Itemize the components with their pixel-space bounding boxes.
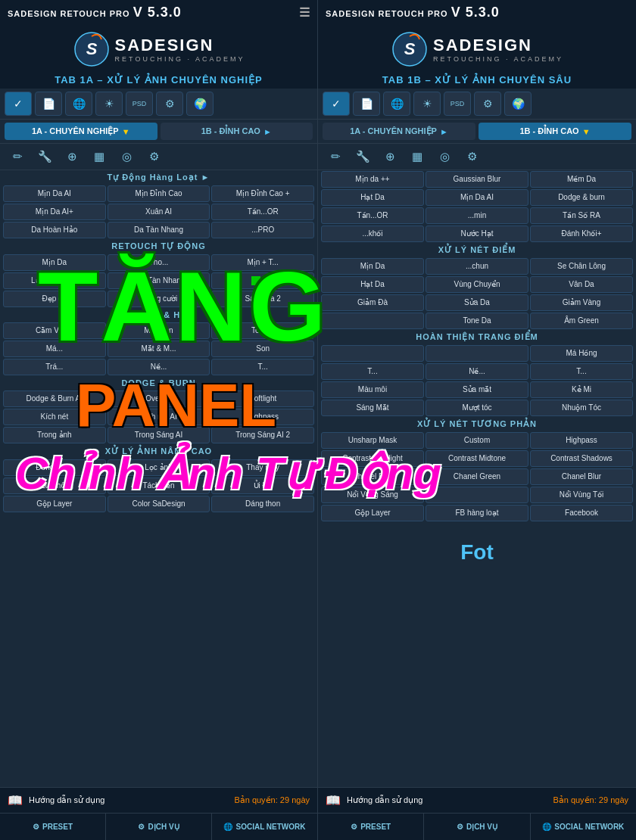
- btn-ht-ne[interactable]: Nề...: [426, 363, 528, 380]
- btn-chanel-blur[interactable]: Chanel Blur: [530, 468, 633, 485]
- stamp-icon[interactable]: 🔧: [33, 147, 56, 166]
- btn-tan-or[interactable]: Tần...OR: [211, 204, 314, 220]
- btn-gop-layer[interactable]: Gộp Layer: [3, 496, 106, 512]
- btn-xoa-tan-nhang[interactable]: Xóa Tàn Nhang: [108, 272, 210, 289]
- btn-highpass[interactable]: Highpass: [211, 409, 314, 425]
- btn-gop-layer-r[interactable]: Gộp Layer: [321, 505, 424, 521]
- btn-sang-da2[interactable]: Sáng Da 2: [211, 291, 314, 307]
- btn-am-green[interactable]: Âm Green: [530, 313, 633, 329]
- nav-social-right[interactable]: 🌐 SOCIAL NETWORK: [531, 814, 636, 840]
- btn-ma-hong[interactable]: Má Hồng: [530, 345, 633, 362]
- btn-overlay[interactable]: Overlay: [108, 390, 210, 407]
- btn-min-da-ai[interactable]: Mịn Da AI: [3, 185, 106, 202]
- btn-tan-so-ra[interactable]: Tần Số RA: [530, 207, 633, 224]
- btn-danh-khoi-plus[interactable]: Đánh Khối+: [530, 226, 633, 242]
- mode-1b-left[interactable]: 1B - ĐỈNH CAO ►: [161, 123, 313, 140]
- mode-1a-left[interactable]: 1A - CHUYÊN NGHIỆP ▼: [5, 123, 157, 140]
- btn-luu-hang-loat[interactable]: Lưu hàng loạt: [3, 272, 106, 289]
- btn-chanel-green[interactable]: Chanel Green: [426, 468, 528, 485]
- patch-icon[interactable]: ▦: [88, 147, 111, 166]
- btn-van-da[interactable]: Vân Da: [530, 276, 633, 293]
- btn-chinh-min[interactable]: ...min: [426, 207, 528, 224]
- dodge-icon-r[interactable]: ◎: [433, 147, 456, 166]
- btn-ht-t1[interactable]: T...: [321, 363, 424, 380]
- btn-gaussian-blur[interactable]: Gaussian Blur: [426, 171, 528, 188]
- btn-se-chan-long[interactable]: Se Chân Lông: [530, 258, 633, 275]
- wheel-icon[interactable]: ⚙: [156, 92, 183, 116]
- btn-da-2[interactable]: Da: [211, 272, 314, 289]
- btn-ui-do[interactable]: Ủi Đồ: [211, 478, 314, 494]
- btn-tan-r[interactable]: Tần...OR: [321, 207, 424, 224]
- btn-chanel-red[interactable]: Chanel Red: [321, 468, 424, 485]
- btn-min-da-ai-plus[interactable]: Mịn Da AI+: [3, 204, 106, 220]
- check-icon-r[interactable]: ✓: [323, 92, 350, 116]
- stamp-icon-r[interactable]: 🔧: [351, 147, 374, 166]
- btn-empty-nd[interactable]: [321, 313, 424, 329]
- btn-dodge-burn-r[interactable]: Dodge & burn: [530, 189, 633, 206]
- btn-da-hoan-hao[interactable]: Da Hoàn Hảo: [3, 222, 106, 238]
- btn-facebook[interactable]: Facebook: [530, 505, 633, 521]
- btn-pro[interactable]: ...PRO: [211, 222, 314, 238]
- btn-thay-may[interactable]: Thay mây: [211, 459, 314, 476]
- btn-ht-t2[interactable]: T...: [530, 363, 633, 380]
- doc-icon[interactable]: 📄: [35, 92, 62, 116]
- filter-icon-r[interactable]: ⚙: [460, 147, 483, 166]
- btn-dodge-burn-ai[interactable]: Dodge & Burn AI: [3, 390, 106, 407]
- dodge-icon[interactable]: ◎: [115, 147, 138, 166]
- btn-contrast-highlight[interactable]: Contrast Highlight: [321, 450, 424, 467]
- btn-t[interactable]: T...: [211, 359, 314, 375]
- sun-icon[interactable]: ☀: [95, 92, 123, 116]
- btn-noi-vung-sang[interactable]: Nổi Vùng Sáng: [321, 487, 424, 503]
- check-icon[interactable]: ✓: [5, 92, 32, 116]
- btn-color-sadesign[interactable]: Color SaDesign: [108, 496, 210, 512]
- nav-service-right[interactable]: ⚙ DỊCH VỤ: [424, 814, 530, 840]
- globe2-icon-r[interactable]: 🌍: [504, 92, 532, 116]
- btn-xuan-ai[interactable]: Xuân AI: [108, 204, 210, 220]
- btn-giam-vang[interactable]: Giảm Vàng: [530, 294, 633, 311]
- btn-khoi[interactable]: ...khối: [321, 226, 424, 242]
- btn-tho[interactable]: Tho...: [108, 254, 210, 271]
- nav-preset-right[interactable]: ⚙ PRESET: [318, 814, 424, 840]
- brush-icon[interactable]: ✏: [6, 147, 29, 166]
- globe2-icon[interactable]: 🌍: [186, 92, 214, 116]
- btn-mui-thon[interactable]: Mũi thon: [108, 322, 210, 339]
- btn-ht-empty1[interactable]: [321, 345, 424, 362]
- nav-service-left[interactable]: ⚙ DỊCH VỤ: [106, 814, 212, 840]
- btn-muot-toc[interactable]: Mượt tóc: [426, 400, 528, 416]
- btn-empty-ntp[interactable]: [426, 487, 528, 503]
- wheel-icon-r[interactable]: ⚙: [474, 92, 501, 116]
- mode-1a-right[interactable]: 1A - CHUYÊN NGHIỆP ►: [323, 123, 475, 140]
- btn-cam-vline[interactable]: Cằm VLine: [3, 322, 106, 339]
- btn-hat-da-nd[interactable]: Hạt Da: [321, 276, 424, 293]
- btn-dep-da[interactable]: Đẹp da: [3, 291, 106, 307]
- btn-unsharp-mask[interactable]: Unsharp Mask: [321, 432, 424, 449]
- btn-mau-moi[interactable]: Màu môi: [321, 381, 424, 398]
- menu-icon-left[interactable]: ☰: [299, 5, 310, 20]
- btn-ma[interactable]: Má...: [3, 341, 106, 357]
- psd-icon[interactable]: PSD: [126, 92, 153, 116]
- btn-hat-da[interactable]: Hạt Da: [321, 189, 424, 206]
- btn-dang-thon[interactable]: Dáng thon: [211, 496, 314, 512]
- btn-tone-da[interactable]: Tone Da: [426, 313, 528, 329]
- psd-icon-r[interactable]: PSD: [444, 92, 471, 116]
- brush-icon-r[interactable]: ✏: [324, 147, 347, 166]
- btn-sang-mat[interactable]: Sáng Mắt: [321, 400, 424, 416]
- btn-min-dinh-cao-plus[interactable]: Mịn Đỉnh Cao +: [211, 185, 314, 202]
- btn-min-da-nd[interactable]: Mịn Da: [321, 258, 424, 275]
- btn-min-da[interactable]: Mịn Da: [3, 254, 106, 271]
- btn-ke-mi[interactable]: Kẻ Mi: [530, 381, 633, 398]
- btn-min-da-ai-r[interactable]: Mịn Da AI: [426, 189, 528, 206]
- btn-sua-mat[interactable]: Sửa mắt: [426, 381, 528, 398]
- btn-min-dinh-cao[interactable]: Mịn Đỉnh Cao: [108, 185, 210, 202]
- heal-icon-r[interactable]: ⊕: [379, 147, 401, 166]
- btn-trong-sang-ai[interactable]: Trong Sáng AI: [108, 427, 210, 443]
- patch-icon-r[interactable]: ▦: [406, 147, 429, 166]
- btn-contrast-midtone[interactable]: Contrast Midtone: [426, 450, 528, 467]
- btn-deu-phong[interactable]: Đều Phông: [3, 478, 106, 494]
- btn-ht-empty2[interactable]: [426, 345, 528, 362]
- btn-fb-hang-loat[interactable]: FB hàng loạt: [426, 505, 528, 521]
- mode-1b-right[interactable]: 1B - ĐỈNH CAO ▼: [479, 123, 631, 140]
- btn-sua-da[interactable]: Sửa Da: [426, 294, 528, 311]
- guide-text-right[interactable]: Hướng dẫn sử dụng: [347, 795, 547, 805]
- btn-to-mat[interactable]: To mắt: [211, 322, 314, 339]
